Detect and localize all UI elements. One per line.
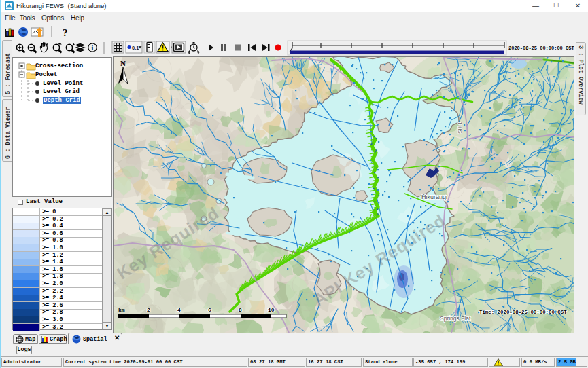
svg-text:8: 8 (239, 307, 242, 313)
svg-text:4: 4 (177, 307, 181, 313)
svg-text:Springs Flat: Springs Flat (440, 315, 471, 322)
svg-text:SH 1: SH 1 (457, 122, 463, 134)
svg-text:?: ? (63, 27, 68, 38)
svg-text:6: 6 (208, 307, 211, 313)
svg-text:km: km (118, 307, 125, 313)
svg-text:2020-08-25 00:00:00 CST: 2020-08-25 00:00:00 CST (508, 45, 574, 51)
svg-text:2: 2 (147, 307, 150, 313)
svg-text:i: i (92, 44, 94, 52)
svg-text:0.1: 0.1 (132, 45, 139, 51)
svg-text:10: 10 (268, 307, 275, 313)
svg-text:Hikurangi: Hikurangi (421, 194, 447, 200)
svg-text:Time: 2020-08-25 00:00:00 CST: Time: 2020-08-25 00:00:00 CST (479, 310, 567, 315)
svg-text:N: N (120, 59, 126, 67)
